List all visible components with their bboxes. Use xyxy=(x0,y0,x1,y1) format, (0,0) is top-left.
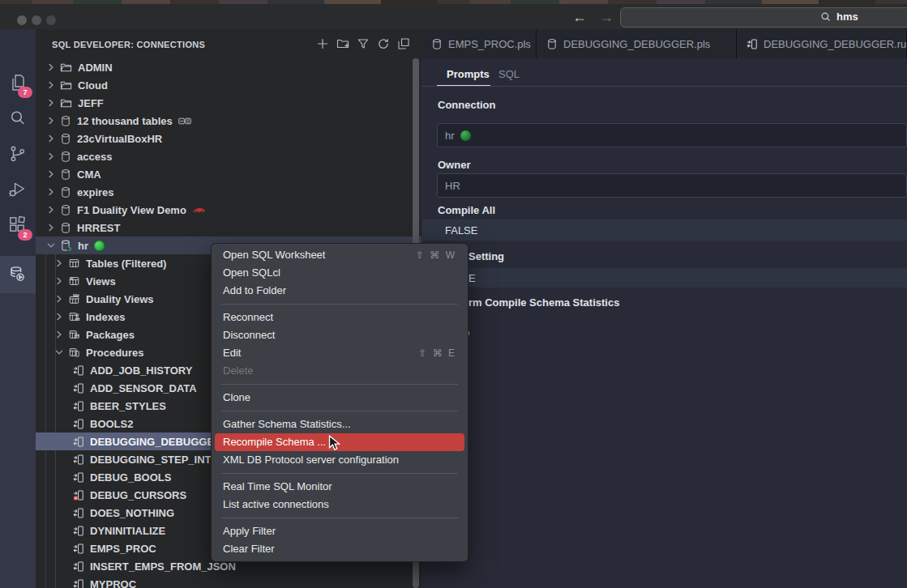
procedure-icon xyxy=(73,418,84,430)
owner-field[interactable]: HR xyxy=(437,173,907,198)
menu-item-label: Open SQLcl xyxy=(223,264,280,282)
database-icon xyxy=(60,168,71,181)
tree-item-label: JEFF xyxy=(78,97,104,109)
compile-all-field[interactable]: FALSE xyxy=(422,219,907,241)
tree-item-label: BOOLS2 xyxy=(90,418,133,430)
folder-icon xyxy=(60,79,72,92)
menu-item-add-to-folder[interactable]: Add to Folder xyxy=(212,282,468,300)
tree-item-label: access xyxy=(77,151,112,163)
menu-separator xyxy=(221,473,458,474)
tree-item-label: Procedures xyxy=(86,347,144,359)
tree-item-label: DEBUGGING_DEBUGGER xyxy=(90,436,222,448)
menu-item-open-sql-worksheet[interactable]: Open SQL Worksheet⇧ ⌘ W xyxy=(212,246,468,264)
database-icon xyxy=(60,115,71,127)
tree-item-cma[interactable]: CMA xyxy=(36,165,421,183)
traffic-light-minimize[interactable] xyxy=(32,15,41,25)
tree-item-12-thousand-tables[interactable]: 12 thousand tables xyxy=(36,112,421,130)
history-back-button[interactable]: ← xyxy=(572,6,587,28)
menu-item-clone[interactable]: Clone xyxy=(212,389,468,407)
new-folder-button[interactable] xyxy=(336,37,349,50)
activity-item-explorer[interactable]: 7 xyxy=(0,65,36,100)
menu-item-reconnect[interactable]: Reconnect xyxy=(212,309,468,326)
tab-prompts[interactable]: Prompts xyxy=(447,68,490,80)
add-connection-button[interactable] xyxy=(316,37,329,50)
procedure-icon xyxy=(73,578,84,588)
obscured-value-field[interactable]: E xyxy=(422,268,907,288)
menu-item-xml-db-protocol-server-configuration[interactable]: XML DB Protocol server configuration xyxy=(212,451,468,469)
menu-item-edit[interactable]: Edit⇧ ⌘ E xyxy=(212,344,468,362)
procedure-icon xyxy=(73,525,84,537)
activity-item-search[interactable] xyxy=(0,100,36,136)
tree-item-cloud[interactable]: Cloud xyxy=(36,76,421,94)
tree-item-hrrest[interactable]: HRREST xyxy=(36,219,421,236)
refresh-button[interactable] xyxy=(377,37,390,50)
menu-item-label: Open SQL Worksheet xyxy=(223,246,325,264)
tree-item-jeff[interactable]: JEFF xyxy=(36,94,421,112)
menu-item-label: Add to Folder xyxy=(223,282,286,300)
editor-tab-debugging-debugger-ru[interactable]: DEBUGGING_DEBUGGER.ru xyxy=(737,29,907,58)
connection-label: Connection xyxy=(438,99,496,111)
chevron-right-icon xyxy=(54,330,64,339)
connection-value: hr xyxy=(445,130,455,142)
menu-item-label: Delete xyxy=(223,362,254,380)
chevron-down-icon xyxy=(46,241,56,250)
green-status-dot xyxy=(94,241,105,251)
owner-value: HR xyxy=(445,180,460,192)
traffic-light-zoom[interactable] xyxy=(46,15,56,25)
sidebar-actions xyxy=(316,37,410,50)
history-forward-button[interactable]: → xyxy=(599,6,614,28)
menu-item-label: XML DB Protocol server configuration xyxy=(223,451,399,469)
git-branch-icon xyxy=(8,144,28,164)
sidebar-title: SQL DEVELOPER: CONNECTIONS xyxy=(52,40,205,49)
tree-item-label: EMPS_PROC xyxy=(90,543,156,555)
mouse-cursor xyxy=(328,435,340,452)
tree-item-label: ADD_JOB_HISTORY xyxy=(90,364,192,377)
procedure-icon xyxy=(73,560,84,573)
activity-item-run-debug[interactable] xyxy=(0,172,36,207)
tree-item-label: DEBUGGING_STEP_INT xyxy=(90,454,212,466)
activity-item-sql-developer[interactable] xyxy=(0,256,36,293)
badge: 7 xyxy=(18,87,32,98)
tree-item-label: MYPROC xyxy=(90,578,136,588)
tree-item-myproc[interactable]: MYPROC xyxy=(36,575,421,588)
recompile-schema-panel: Prompts SQL Connection hr Owner HR Compi… xyxy=(421,58,907,588)
search-text: hms xyxy=(836,11,858,23)
collapse-all-button[interactable] xyxy=(397,37,410,50)
tab-sql[interactable]: SQL xyxy=(498,68,520,80)
chevron-right-icon xyxy=(54,258,64,268)
menu-item-list-active-connections[interactable]: List active connections xyxy=(212,496,468,513)
tree-item-expires[interactable]: expires xyxy=(36,183,421,201)
chevron-right-icon xyxy=(54,312,64,322)
menu-item-label: Edit xyxy=(223,344,241,362)
menu-separator xyxy=(221,518,458,518)
tree-item-label: DEBUG_BOOLS xyxy=(90,471,171,484)
svg-text:JSON: JSON xyxy=(73,293,79,296)
menu-item-shortcut: ⇧ ⌘ E xyxy=(418,344,456,362)
menu-item-open-sqlcl[interactable]: Open SQLcl xyxy=(212,264,468,282)
menu-item-clear-filter[interactable]: Clear Filter xyxy=(212,540,468,558)
menu-item-real-time-sql-monitor[interactable]: Real Time SQL Monitor xyxy=(212,478,468,496)
owner-label: Owner xyxy=(438,159,470,171)
command-search-box[interactable]: hms xyxy=(620,7,907,28)
filter-button[interactable] xyxy=(357,37,370,50)
tree-item-23cvirtualboxhr[interactable]: 23cVirtualBoxHR xyxy=(36,130,421,147)
menu-item-gather-schema-statistics[interactable]: Gather Schema Statistics... xyxy=(212,415,468,433)
chevron-right-icon xyxy=(46,98,56,108)
menu-item-apply-filter[interactable]: Apply Filter xyxy=(212,522,468,540)
tab-label: DEBUGGING_DEBUGGER.ru xyxy=(764,38,906,50)
activity-item-source-control[interactable] xyxy=(0,136,36,172)
chevron-right-icon xyxy=(46,134,56,143)
menu-item-disconnect[interactable]: Disconnect xyxy=(212,326,468,344)
traffic-light-close[interactable] xyxy=(17,15,27,25)
connection-field[interactable]: hr xyxy=(437,123,907,147)
editor-tab-emps-proc-pls[interactable]: EMPS_PROC.pls xyxy=(421,29,537,58)
menu-separator xyxy=(221,304,458,305)
packages-icon xyxy=(68,329,80,340)
menu-item-label: Recompile Schema ... xyxy=(223,433,326,451)
refresh-icon xyxy=(377,37,390,50)
tree-item-access[interactable]: access xyxy=(36,147,421,165)
tree-item-admin[interactable]: ADMIN xyxy=(36,58,421,76)
editor-tab-debugging-debugger-pls[interactable]: DEBUGGING_DEBUGGER.pls xyxy=(537,29,737,58)
tree-item-f1-duality-view-demo[interactable]: F1 Duality View Demo xyxy=(36,201,421,219)
activity-item-extensions[interactable]: 2 xyxy=(0,207,36,243)
